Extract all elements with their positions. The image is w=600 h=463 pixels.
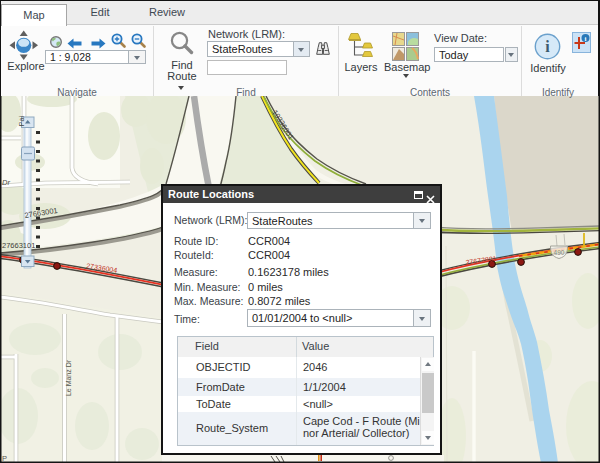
- svg-text:i: i: [545, 38, 550, 55]
- svg-text:27663101: 27663101: [2, 241, 35, 250]
- svg-text:Le Manz Dr: Le Manz Dr: [65, 359, 72, 396]
- svg-text:i: i: [585, 35, 587, 43]
- svg-text:Dr: Dr: [2, 178, 10, 187]
- svg-text:490: 490: [554, 249, 565, 256]
- svg-text:Pai: Pai: [18, 116, 25, 127]
